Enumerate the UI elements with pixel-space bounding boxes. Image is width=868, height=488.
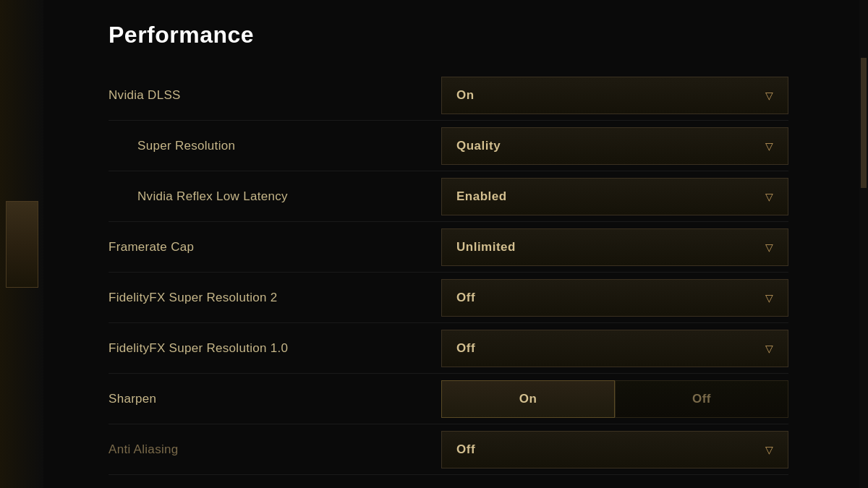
fidelityfx-sr1-dropdown[interactable]: Off ▽: [441, 330, 788, 367]
nvidia-reflex-arrow: ▽: [765, 192, 773, 202]
sharpen-toggle-group: On Off: [441, 380, 788, 418]
setting-control-sharpen: On Off: [441, 380, 788, 418]
setting-row-nvidia-dlss: Nvidia DLSS On ▽: [109, 70, 788, 121]
setting-control-anti-aliasing: Off ▽: [441, 431, 788, 468]
setting-label-super-resolution: Super Resolution: [109, 139, 441, 153]
super-resolution-arrow: ▽: [765, 141, 773, 151]
setting-control-nvidia-dlss: On ▽: [441, 77, 788, 114]
super-resolution-dropdown[interactable]: Quality ▽: [441, 127, 788, 165]
setting-label-sharpen: Sharpen: [109, 392, 441, 406]
nvidia-reflex-dropdown[interactable]: Enabled ▽: [441, 178, 788, 215]
fidelityfx-sr1-arrow: ▽: [765, 343, 773, 354]
setting-label-nvidia-reflex: Nvidia Reflex Low Latency: [109, 189, 441, 204]
fidelityfx-sr2-arrow: ▽: [765, 293, 773, 303]
super-resolution-value: Quality: [456, 139, 501, 153]
nvidia-dlss-arrow: ▽: [765, 90, 773, 100]
setting-label-fidelityfx-sr2: FidelityFX Super Resolution 2: [109, 291, 441, 305]
sharpen-on-button[interactable]: On: [441, 380, 615, 418]
setting-control-nvidia-reflex: Enabled ▽: [441, 178, 788, 215]
nvidia-dlss-value: On: [456, 88, 475, 103]
setting-label-framerate-cap: Framerate Cap: [109, 240, 441, 254]
setting-row-super-resolution: Super Resolution Quality ▽: [109, 121, 788, 171]
framerate-cap-value: Unlimited: [456, 240, 516, 254]
anti-aliasing-dropdown[interactable]: Off ▽: [441, 431, 788, 468]
fidelityfx-sr2-dropdown[interactable]: Off ▽: [441, 279, 788, 317]
page-title: Performance: [109, 22, 788, 48]
setting-row-nvidia-reflex: Nvidia Reflex Low Latency Enabled ▽: [109, 171, 788, 222]
setting-row-framerate-cap: Framerate Cap Unlimited ▽: [109, 222, 788, 273]
scrollbar[interactable]: [859, 0, 868, 488]
setting-row-fidelityfx-sr2: FidelityFX Super Resolution 2 Off ▽: [109, 273, 788, 323]
setting-row-sharpen: Sharpen On Off: [109, 374, 788, 424]
setting-row-anti-aliasing: Anti Aliasing Off ▽: [109, 424, 788, 475]
anti-aliasing-value: Off: [456, 442, 475, 457]
left-panel-decoration: [6, 201, 38, 288]
settings-container: Nvidia DLSS On ▽ Super Resolution Qualit…: [109, 70, 788, 475]
main-content: Performance Nvidia DLSS On ▽ Super Resol…: [43, 0, 825, 488]
setting-row-fidelityfx-sr1: FidelityFX Super Resolution 1.0 Off ▽: [109, 323, 788, 374]
setting-label-fidelityfx-sr1: FidelityFX Super Resolution 1.0: [109, 341, 441, 356]
left-panel: [0, 0, 43, 488]
setting-control-fidelityfx-sr2: Off ▽: [441, 279, 788, 317]
nvidia-dlss-dropdown[interactable]: On ▽: [441, 77, 788, 114]
framerate-cap-dropdown[interactable]: Unlimited ▽: [441, 228, 788, 266]
setting-label-nvidia-dlss: Nvidia DLSS: [109, 88, 441, 103]
setting-control-super-resolution: Quality ▽: [441, 127, 788, 165]
fidelityfx-sr2-value: Off: [456, 291, 475, 305]
scrollbar-thumb[interactable]: [861, 58, 867, 188]
setting-control-framerate-cap: Unlimited ▽: [441, 228, 788, 266]
framerate-cap-arrow: ▽: [765, 242, 773, 252]
sharpen-off-button[interactable]: Off: [615, 380, 788, 418]
setting-label-anti-aliasing: Anti Aliasing: [109, 442, 441, 457]
setting-control-fidelityfx-sr1: Off ▽: [441, 330, 788, 367]
fidelityfx-sr1-value: Off: [456, 341, 475, 356]
anti-aliasing-arrow: ▽: [765, 445, 773, 455]
nvidia-reflex-value: Enabled: [456, 189, 507, 204]
